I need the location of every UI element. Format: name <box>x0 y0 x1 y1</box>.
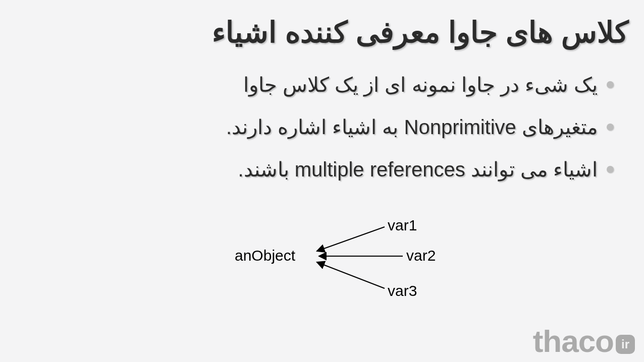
bullet-text-2: متغیرهای Nonprimitive به اشیاء اشاره دار… <box>226 113 598 141</box>
bullet-list: یک شیء در جاوا نمونه ای از یک کلاس جاوا … <box>226 71 614 198</box>
bullet-text-3: اشیاء می توانند multiple references باشن… <box>238 155 598 184</box>
watermark-badge: ir <box>616 335 635 354</box>
list-item: یک شیء در جاوا نمونه ای از یک کلاس جاوا <box>226 71 614 99</box>
arrow-icon <box>202 212 464 313</box>
bullet-icon <box>607 166 614 173</box>
list-item: متغیرهای Nonprimitive به اشیاء اشاره دار… <box>226 113 614 141</box>
bullet-icon <box>607 81 614 88</box>
watermark-text: thaco <box>533 323 614 359</box>
watermark: thaco ir <box>533 323 635 359</box>
reference-diagram: anObject var1 var2 var3 <box>202 212 464 313</box>
bullet-icon <box>607 124 614 131</box>
slide-title: کلاس های جاوا معرفی کننده اشیاء <box>212 15 629 49</box>
bullet-text-1: یک شیء در جاوا نمونه ای از یک کلاس جاوا <box>243 71 598 99</box>
svg-line-3 <box>317 262 385 288</box>
svg-line-1 <box>317 227 385 251</box>
list-item: اشیاء می توانند multiple references باشن… <box>226 155 614 184</box>
